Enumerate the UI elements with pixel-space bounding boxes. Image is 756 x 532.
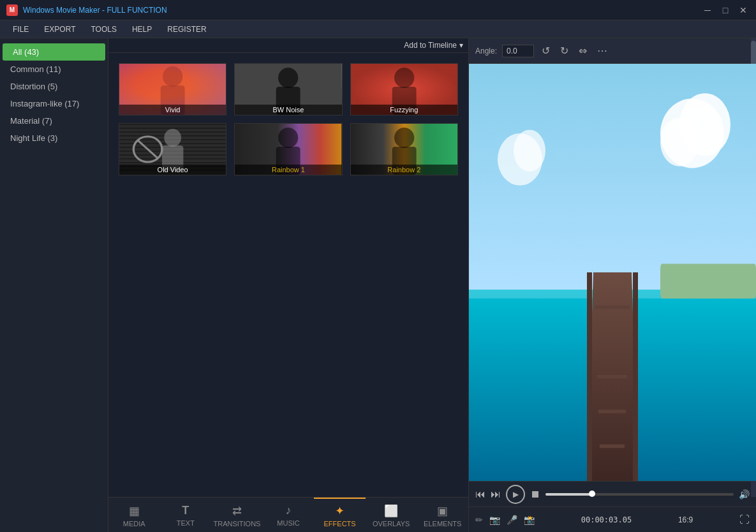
right-panel: Angle: ↺ ↻ ⇔ ⋯ <box>469 38 756 532</box>
effect-fuzzying[interactable]: Fuzzying <box>350 63 458 115</box>
effect-rainbow1[interactable]: Rainbow 1 <box>234 123 342 175</box>
nav-tabs: ▦ MEDIA T TEXT ⇄ TRANSITIONS ♪ MUSIC ✦ E… <box>108 497 468 532</box>
sidebar-item-material[interactable]: Material (7) <box>0 112 108 129</box>
effect-rainbow2-label: Rainbow 2 <box>351 165 457 175</box>
center-panel: Add to Timeline ▾ <box>108 38 469 532</box>
tab-media[interactable]: ▦ MEDIA <box>108 498 160 532</box>
progress-bar[interactable] <box>545 493 734 496</box>
tab-effects[interactable]: ✦ EFFECTS <box>314 498 366 532</box>
play-button[interactable]: ▶ <box>506 485 525 504</box>
effect-oldvideo[interactable]: Old Video <box>119 123 226 175</box>
preview-image <box>469 64 756 481</box>
effect-oldvideo-label: Old Video <box>119 165 226 175</box>
effect-vivid[interactable]: Vivid <box>119 63 226 115</box>
effects-grid: Vivid BW Noise <box>114 58 463 181</box>
media-icon: ▦ <box>129 504 140 518</box>
menubar: FILE EXPORT TOOLS HELP REGISTER <box>0 20 756 38</box>
aspect-ratio: 16:9 <box>678 515 693 524</box>
sidebar-item-common[interactable]: Common (11) <box>0 61 108 78</box>
preview-controls: ⏮ ⏭ ▶ ⏹ 🔊 <box>469 481 756 506</box>
step-back-button[interactable]: ⏭ <box>491 489 501 500</box>
camera-tool[interactable]: 📷 <box>489 515 500 525</box>
fullscreen-button[interactable]: ⛶ <box>739 514 750 526</box>
preview-tools: ✏ 📷 🎤 📸 <box>475 515 535 525</box>
effect-bwnoise-label: BW Noise <box>235 105 341 115</box>
tab-music-label: MUSIC <box>277 519 299 527</box>
effects-grid-area: Vivid BW Noise <box>108 53 468 497</box>
progress-fill <box>545 493 593 496</box>
rotate-ccw-button[interactable]: ↺ <box>539 42 552 59</box>
svg-rect-12 <box>119 128 226 129</box>
effect-rainbow2[interactable]: Rainbow 2 <box>350 123 458 175</box>
effect-vivid-label: Vivid <box>119 105 226 115</box>
svg-point-1 <box>163 66 182 87</box>
svg-point-41 <box>514 130 545 172</box>
menu-export[interactable]: EXPORT <box>36 22 83 36</box>
draw-tool[interactable]: ✏ <box>475 515 483 525</box>
close-button[interactable]: ✕ <box>737 4 750 17</box>
main-area: All (43) Common (11) Distortion (5) Inst… <box>0 38 756 532</box>
volume-icon[interactable]: 🔊 <box>739 489 750 499</box>
more-button[interactable]: ⋯ <box>595 42 610 59</box>
tab-elements-label: ELEMENTS <box>424 520 461 528</box>
menu-help[interactable]: HELP <box>124 22 159 36</box>
tab-transitions-label: TRANSITIONS <box>213 520 260 528</box>
effects-icon: ✦ <box>335 504 345 518</box>
maximize-button[interactable]: □ <box>719 4 732 17</box>
tab-media-label: MEDIA <box>123 520 145 528</box>
tab-elements[interactable]: ▣ ELEMENTS <box>417 498 468 532</box>
minimize-button[interactable]: ─ <box>701 4 714 17</box>
svg-point-4 <box>278 68 298 88</box>
effect-rainbow1-label: Rainbow 1 <box>235 165 341 175</box>
effect-bwnoise[interactable]: BW Noise <box>234 63 342 115</box>
svg-point-34 <box>394 128 414 148</box>
elements-icon: ▣ <box>437 504 448 518</box>
svg-point-39 <box>660 117 699 166</box>
tab-text-label: TEXT <box>177 519 195 527</box>
sidebar-item-instagram[interactable]: Instagram-like (17) <box>0 95 108 112</box>
add-to-timeline-button[interactable]: Add to Timeline ▾ <box>404 41 463 50</box>
menu-file[interactable]: FILE <box>5 22 36 36</box>
tab-text[interactable]: T TEXT <box>160 498 212 532</box>
preview-toolbar: Angle: ↺ ↻ ⇔ ⋯ <box>469 38 756 64</box>
tab-overlays-label: OVERLAYS <box>373 520 410 528</box>
effect-fuzzying-label: Fuzzying <box>351 105 457 115</box>
menu-tools[interactable]: TOOLS <box>83 22 124 36</box>
sidebar-list: All (43) Common (11) Distortion (5) Inst… <box>0 38 108 532</box>
menu-register[interactable]: REGISTER <box>159 22 214 36</box>
tab-transitions[interactable]: ⇄ TRANSITIONS <box>211 498 263 532</box>
tab-effects-label: EFFECTS <box>324 520 356 528</box>
music-icon: ♪ <box>286 504 292 517</box>
titlebar: M Windows Movie Maker - FULL FUNCTION ─ … <box>0 0 756 20</box>
transitions-icon: ⇄ <box>232 504 242 518</box>
rotate-cw-button[interactable]: ↻ <box>558 42 571 59</box>
svg-rect-51 <box>587 272 592 481</box>
mic-tool[interactable]: 🎤 <box>507 515 517 525</box>
svg-point-30 <box>278 128 298 148</box>
svg-rect-11 <box>119 124 226 125</box>
skip-start-button[interactable]: ⏮ <box>475 489 485 500</box>
angle-input[interactable] <box>502 45 534 57</box>
effects-header: Add to Timeline ▾ <box>108 38 468 53</box>
window-controls: ─ □ ✕ <box>701 4 750 17</box>
angle-label: Angle: <box>475 47 497 55</box>
tab-overlays[interactable]: ⬜ OVERLAYS <box>366 498 417 532</box>
svg-rect-52 <box>633 272 638 481</box>
titlebar-left: M Windows Movie Maker - FULL FUNCTION <box>6 4 167 16</box>
app-title: Windows Movie Maker - FULL FUNCTION <box>23 6 167 15</box>
text-icon: T <box>182 504 189 517</box>
preview-info: ✏ 📷 🎤 📸 00:00:03.05 16:9 ⛶ <box>469 506 756 532</box>
sidebar-item-distortion[interactable]: Distortion (5) <box>0 78 108 95</box>
svg-point-26 <box>164 129 181 147</box>
svg-point-8 <box>394 68 414 88</box>
timecode: 00:00:03.05 <box>581 515 632 524</box>
flip-h-button[interactable]: ⇔ <box>576 42 589 59</box>
stop-button[interactable]: ⏹ <box>530 489 540 500</box>
screenshot-tool[interactable]: 📸 <box>524 515 535 525</box>
tab-music[interactable]: ♪ MUSIC <box>263 498 315 532</box>
svg-rect-44 <box>660 263 756 299</box>
overlays-icon: ⬜ <box>384 504 398 518</box>
left-panel: All (43) Common (11) Distortion (5) Inst… <box>0 38 108 532</box>
sidebar-item-nightlife[interactable]: Night Life (3) <box>0 129 108 147</box>
sidebar-item-all[interactable]: All (43) <box>3 43 105 61</box>
